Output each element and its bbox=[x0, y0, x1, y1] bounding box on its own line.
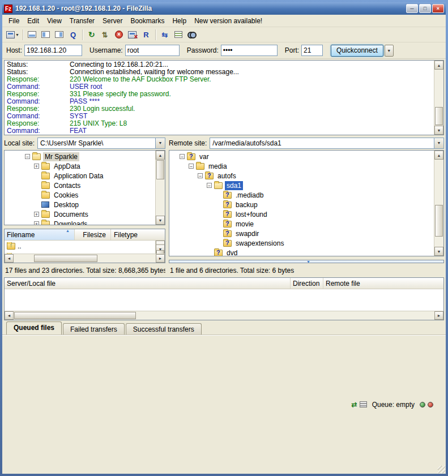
collapse-icon[interactable] bbox=[25, 154, 30, 159]
tree-item-var[interactable]: var bbox=[169, 152, 443, 161]
collapse-icon[interactable] bbox=[207, 183, 212, 188]
tree-item-mediadb[interactable]: .mediadb bbox=[169, 190, 443, 200]
tree-item-application-data[interactable]: Application Data bbox=[5, 171, 165, 181]
menu-new-version[interactable]: New version available! bbox=[190, 15, 266, 27]
scrollbar-thumb[interactable] bbox=[34, 255, 97, 262]
remote-tree-icon bbox=[55, 31, 63, 38]
column-header-server-local-file[interactable]: Server/Local file bbox=[5, 278, 291, 289]
scroll-up-arrow[interactable]: ▲ bbox=[434, 151, 443, 160]
scroll-right-arrow[interactable]: ► bbox=[156, 254, 165, 263]
port-input[interactable] bbox=[301, 45, 323, 56]
expand-icon[interactable] bbox=[34, 164, 39, 169]
tree-item-downloads[interactable]: Downloads bbox=[5, 219, 165, 225]
minimize-button[interactable]: ─ bbox=[406, 4, 418, 13]
collapse-icon[interactable] bbox=[180, 154, 185, 159]
menu-file[interactable]: File bbox=[5, 15, 23, 27]
local-list-vertical-scrollbar[interactable]: ▲ ▼ bbox=[155, 241, 165, 254]
tree-item-desktop[interactable]: Desktop bbox=[5, 200, 165, 209]
scroll-up-arrow[interactable]: ▲ bbox=[434, 61, 443, 70]
tree-item-label: autofs bbox=[216, 171, 238, 181]
local-list-horizontal-scrollbar[interactable]: ◄ ► bbox=[5, 254, 165, 263]
combo-dropdown-icon[interactable]: ▼ bbox=[434, 138, 443, 148]
expand-icon[interactable] bbox=[34, 212, 39, 217]
synchronized-browsing-button[interactable] bbox=[172, 28, 185, 41]
tree-item-autofs[interactable]: autofs bbox=[169, 171, 443, 181]
log-vertical-scrollbar[interactable]: ▲ ▼ bbox=[434, 61, 443, 135]
tree-item-mr-sparkle[interactable]: Mr Sparkle bbox=[5, 152, 165, 161]
tree-item-media[interactable]: media bbox=[169, 161, 443, 171]
tree-item-swapdir[interactable]: swapdir bbox=[169, 229, 443, 238]
scrollbar-thumb[interactable] bbox=[156, 160, 164, 179]
tree-item-backup[interactable]: backup bbox=[169, 200, 443, 209]
tree-item-movie[interactable]: movie bbox=[169, 219, 443, 229]
column-header-filesize[interactable]: Filesize bbox=[75, 229, 111, 240]
menu-server[interactable]: Server bbox=[99, 15, 126, 27]
reconnect-button[interactable]: R bbox=[139, 28, 153, 41]
message-log: Status:Connecting to 192.168.1.20:21... … bbox=[4, 60, 444, 135]
collapse-icon[interactable] bbox=[189, 164, 194, 169]
column-header-direction[interactable]: Direction bbox=[291, 278, 323, 289]
column-header-remote-file[interactable]: Remote file bbox=[323, 278, 443, 289]
scroll-down-arrow[interactable]: ▼ bbox=[434, 247, 443, 256]
tree-item-lost-found[interactable]: lost+found bbox=[169, 209, 443, 219]
scroll-left-arrow[interactable]: ◄ bbox=[5, 311, 14, 320]
scroll-up-arrow[interactable]: ▲ bbox=[156, 151, 165, 160]
scroll-down-arrow[interactable]: ▼ bbox=[434, 126, 443, 135]
remote-tree-vertical-scrollbar[interactable]: ▲ ▼ bbox=[434, 151, 443, 256]
resize-grip[interactable] bbox=[438, 466, 445, 473]
menu-edit[interactable]: Edit bbox=[23, 15, 43, 27]
local-site-combo[interactable]: C:\Users\Mr Sparkle\ ▼ bbox=[37, 138, 165, 149]
scroll-left-arrow[interactable]: ◄ bbox=[5, 254, 14, 263]
toggle-local-tree-button[interactable] bbox=[39, 28, 53, 41]
find-files-button[interactable] bbox=[185, 28, 199, 41]
tab-successful-transfers[interactable]: Successful transfers bbox=[126, 323, 202, 335]
scrollbar-thumb[interactable] bbox=[435, 205, 443, 237]
scroll-right-arrow[interactable]: ► bbox=[434, 311, 443, 320]
column-header-filename[interactable]: Filename▲ bbox=[5, 229, 75, 240]
menu-bookmarks[interactable]: Bookmarks bbox=[126, 15, 168, 27]
toggle-remote-tree-button[interactable] bbox=[53, 28, 66, 41]
scrollbar-thumb[interactable] bbox=[14, 312, 136, 319]
remote-site-combo[interactable]: /var/media/autofs/sda1 ▼ bbox=[210, 138, 444, 149]
maximize-button[interactable]: □ bbox=[419, 4, 431, 13]
combo-dropdown-icon[interactable]: ▼ bbox=[155, 138, 165, 148]
tree-item-documents[interactable]: Documents bbox=[5, 209, 165, 219]
process-queue-button[interactable]: ⇄ bbox=[99, 28, 112, 41]
tree-item-appdata[interactable]: AppData bbox=[5, 161, 165, 171]
menu-help[interactable]: Help bbox=[168, 15, 190, 27]
close-button[interactable]: × bbox=[432, 4, 444, 13]
quickconnect-dropdown-button[interactable]: ▼ bbox=[385, 45, 394, 57]
username-input[interactable] bbox=[125, 45, 180, 56]
toggle-queue-button[interactable]: Q bbox=[66, 28, 80, 41]
scroll-down-arrow[interactable]: ▼ bbox=[156, 216, 165, 225]
local-list-header: Filename▲ Filesize Filetype bbox=[5, 229, 165, 241]
toggle-message-log-button[interactable] bbox=[25, 28, 39, 41]
menu-view[interactable]: View bbox=[43, 15, 66, 27]
file-row[interactable]: .. bbox=[5, 241, 165, 251]
directory-comparison-button[interactable]: ⇆ bbox=[158, 28, 172, 41]
tree-item-contacts[interactable]: Contacts bbox=[5, 181, 165, 190]
host-input[interactable] bbox=[24, 45, 82, 56]
queue-horizontal-scrollbar[interactable]: ◄ ► bbox=[5, 311, 443, 320]
tree-item-dvd[interactable]: dvd bbox=[169, 248, 443, 256]
quickconnect-button[interactable]: Quickconnect bbox=[331, 45, 383, 57]
directory-comparison-status-icon: ⇄ bbox=[352, 401, 357, 409]
scrollbar-thumb[interactable] bbox=[435, 107, 443, 125]
cancel-button[interactable]: × bbox=[112, 28, 126, 41]
collapse-icon[interactable] bbox=[198, 173, 203, 178]
password-input[interactable] bbox=[221, 45, 278, 56]
expand-icon[interactable] bbox=[34, 221, 39, 225]
column-header-filename[interactable]: Filename▼ bbox=[169, 260, 443, 263]
disconnect-button[interactable] bbox=[126, 28, 139, 41]
titlebar[interactable]: Fz 192.168.1.20 - root@192.168.1.20 - Fi… bbox=[2, 2, 446, 15]
menu-transfer[interactable]: Transfer bbox=[66, 15, 99, 27]
tab-queued-files[interactable]: Queued files bbox=[6, 321, 62, 335]
tree-item-cookies[interactable]: Cookies bbox=[5, 190, 165, 200]
tree-item-sda1[interactable]: sda1 bbox=[169, 181, 443, 190]
refresh-button[interactable]: ↻ bbox=[85, 28, 99, 41]
column-header-filetype[interactable]: Filetype bbox=[111, 229, 165, 240]
tree-item-swapextensions[interactable]: swapextensions bbox=[169, 238, 443, 248]
site-manager-button[interactable]: ▼ bbox=[5, 28, 20, 41]
tab-failed-transfers[interactable]: Failed transfers bbox=[63, 323, 125, 335]
local-tree-vertical-scrollbar[interactable]: ▲ ▼ bbox=[155, 151, 165, 225]
